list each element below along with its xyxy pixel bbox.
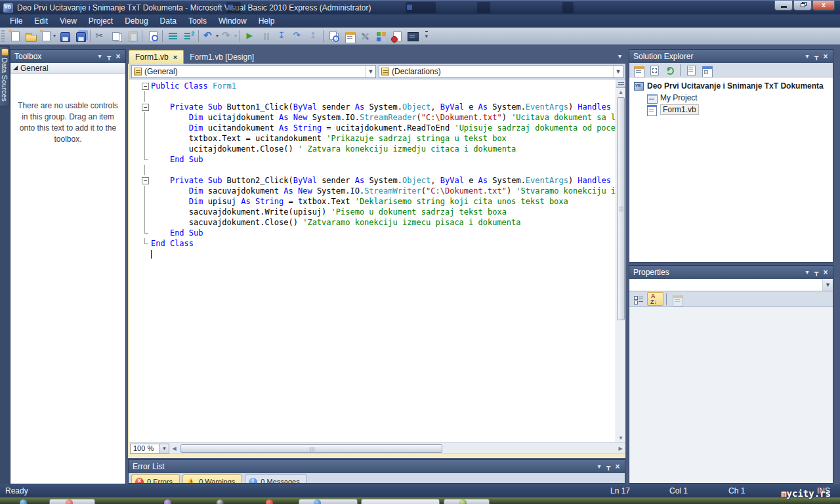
pin-icon[interactable]: ┳	[104, 51, 114, 62]
dropdown-arrow-icon[interactable]: ▾	[216, 33, 219, 39]
taskbar-icon[interactable]	[164, 499, 171, 504]
code-line[interactable]: Public Class Form1	[129, 81, 616, 91]
scroll-left-icon[interactable]: ◀	[169, 446, 179, 452]
code-surface[interactable]: Public Class Form1 Private Sub Button1_C…	[129, 79, 625, 442]
pin-icon[interactable]: ┳	[812, 266, 821, 278]
code-line[interactable]: sacuvajdokument.Close() 'Zatvaramo konek…	[129, 217, 616, 228]
code-line[interactable]: Dim sacuvajdokument As New System.IO.Str…	[129, 186, 616, 196]
toolbox-button[interactable]	[357, 29, 373, 43]
tree-item[interactable]: My Project	[629, 92, 833, 104]
comment-lines-button[interactable]	[165, 29, 180, 43]
menu-help[interactable]: Help	[253, 15, 281, 27]
scope-combobox[interactable]: (General) ▼	[131, 65, 376, 78]
scroll-up-icon[interactable]: ▲	[616, 88, 625, 96]
horizontal-scrollbar[interactable]	[179, 444, 616, 453]
code-line[interactable]: ucitajdokument.Close() ' Zatvara konekci…	[129, 144, 616, 154]
code-line[interactable]: Dim ucitajdokument As New System.IO.Stre…	[129, 112, 616, 123]
taskbar-icon[interactable]	[459, 499, 467, 504]
tab-list-dropdown-icon[interactable]: ▾	[618, 52, 621, 60]
cut-button[interactable]	[93, 29, 108, 43]
menu-window[interactable]: Window	[213, 15, 253, 27]
save-all-button[interactable]	[72, 29, 88, 43]
object-selector-combobox[interactable]: ▼	[629, 279, 833, 291]
zoom-dropdown-icon[interactable]: ▼	[160, 444, 169, 453]
property-pages-button[interactable]	[669, 292, 684, 306]
break-all-button[interactable]	[258, 29, 274, 43]
open-file-button[interactable]	[22, 29, 38, 43]
add-new-item-button[interactable]: ▾	[38, 29, 56, 43]
paste-button[interactable]	[124, 29, 140, 43]
dropdown-arrow-icon[interactable]: ▾	[234, 33, 237, 39]
toolbox-group-general[interactable]: General	[10, 63, 125, 74]
view-designer-button[interactable]	[699, 64, 714, 77]
step-out-button[interactable]	[305, 29, 321, 43]
menu-file[interactable]: File	[4, 15, 28, 27]
menu-data[interactable]: Data	[154, 15, 182, 27]
close-tab-icon[interactable]: ×	[173, 53, 177, 61]
code-line[interactable]: End Sub	[129, 228, 616, 238]
code-line[interactable]	[129, 249, 616, 259]
pin-icon[interactable]: ┳	[812, 51, 821, 62]
alphabetical-button[interactable]	[647, 292, 663, 306]
code-line[interactable]: End Class	[129, 238, 616, 249]
taskbar-icon[interactable]	[314, 499, 321, 504]
taskbar-button[interactable]	[361, 499, 440, 504]
restore-button[interactable]	[793, 1, 812, 10]
view-code-button[interactable]	[683, 64, 698, 77]
scroll-down-icon[interactable]: ▼	[616, 434, 625, 442]
taskbar-icon[interactable]	[66, 499, 73, 504]
message-filter-button[interactable]: 0 Messages	[245, 474, 306, 484]
code-line[interactable]: Dim upisuj As String = txtbox.Text 'Dekl…	[129, 196, 616, 207]
error-list-button[interactable]	[388, 29, 404, 43]
properties-button[interactable]	[631, 64, 646, 77]
step-over-button[interactable]	[289, 29, 305, 43]
code-line[interactable]: sacuvajdokument.Write(upisuj) 'Pisemo u …	[129, 207, 616, 217]
start-orb-icon[interactable]	[20, 499, 27, 504]
vertical-scroll-thumb[interactable]	[617, 97, 625, 320]
close-button[interactable]: x	[812, 1, 835, 10]
tree-item[interactable]: Form1.vb	[629, 104, 833, 116]
solution-explorer-button[interactable]	[326, 29, 341, 43]
close-icon[interactable]: ×	[114, 51, 123, 62]
immediate-window-button[interactable]	[404, 29, 420, 43]
window-position-icon[interactable]: ▾	[803, 266, 812, 278]
object-browser-button[interactable]	[373, 29, 388, 43]
minimize-button[interactable]	[774, 1, 793, 10]
new-project-button[interactable]	[7, 29, 22, 43]
code-line[interactable]	[129, 165, 616, 175]
error-filter-button[interactable]: 0 Errors	[131, 474, 180, 484]
code-line[interactable]: Private Sub Button1_Click(ByVal sender A…	[129, 102, 616, 112]
code-line[interactable]: Private Sub Button2_Click(ByVal sender A…	[129, 175, 616, 186]
step-into-button[interactable]	[274, 29, 289, 43]
data-sources-tab[interactable]: Data Sources	[0, 47, 10, 106]
refresh-button[interactable]	[662, 64, 677, 77]
close-icon[interactable]: ×	[613, 461, 622, 472]
copy-button[interactable]	[108, 29, 124, 43]
scroll-right-icon[interactable]: ▶	[616, 446, 625, 452]
toolbar-overflow-button[interactable]	[420, 29, 436, 43]
code-line[interactable]	[129, 91, 616, 102]
redo-button[interactable]: ▾	[219, 29, 238, 43]
show-all-files-button[interactable]	[646, 64, 662, 77]
menu-edit[interactable]: Edit	[28, 15, 54, 27]
properties-grid[interactable]	[629, 309, 833, 483]
fold-collapse-icon[interactable]	[140, 81, 151, 91]
categorized-button[interactable]	[631, 292, 646, 306]
close-icon[interactable]: ×	[821, 266, 830, 278]
properties-window-button[interactable]	[341, 29, 357, 43]
toolbar-grip[interactable]	[1, 30, 5, 42]
undo-button[interactable]: ▾	[201, 29, 219, 43]
vertical-scrollbar[interactable]: ▲ ▼	[616, 79, 625, 442]
dropdown-arrow-icon[interactable]: ▾	[53, 33, 56, 39]
window-position-icon[interactable]: ▾	[803, 51, 812, 62]
uncomment-lines-button[interactable]	[180, 29, 196, 43]
taskbar-icon[interactable]	[266, 499, 273, 504]
pin-icon[interactable]: ┳	[604, 461, 613, 472]
code-line[interactable]: txtbox.Text = ucitandokument 'Prikazuje …	[129, 133, 616, 144]
save-button[interactable]	[56, 29, 72, 43]
menu-project[interactable]: Project	[83, 15, 119, 27]
document-tab[interactable]: Form1.vb [Design]	[184, 50, 260, 64]
taskbar-button[interactable]	[444, 499, 490, 504]
zoom-level-combobox[interactable]: 100 %	[130, 444, 160, 453]
code-line[interactable]: End Sub	[129, 154, 616, 165]
